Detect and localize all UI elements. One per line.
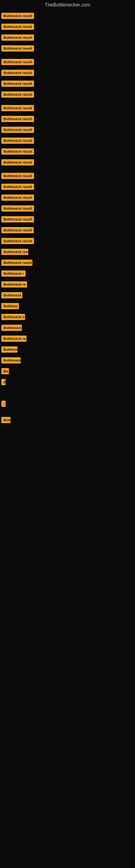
bottleneck-result-label: Bottleneck n: [1, 314, 25, 320]
bottleneck-result-row[interactable]: Bottleneck result: [1, 81, 34, 88]
bottleneck-result-label: Bottleneck result: [1, 238, 34, 244]
bottleneck-result-label: Bottleneck result: [1, 81, 34, 87]
bottleneck-result-row[interactable]: Bottleneck: [1, 357, 21, 365]
bottleneck-result-label: Bottleneck: [1, 357, 21, 364]
bottleneck-result-row[interactable]: Bottleneck result: [1, 249, 28, 256]
bottleneck-result-label: Bottlene: [1, 303, 19, 309]
bottleneck-result-label: Bottleneck result: [1, 59, 34, 65]
bottleneck-result-row[interactable]: Bottleneck result: [1, 205, 34, 213]
bottleneck-result-label: Bottleneck result: [1, 45, 34, 52]
bottleneck-result-label: Bottleneck result: [1, 105, 34, 111]
bottleneck-result-row[interactable]: Bottleneck result: [1, 59, 34, 66]
bottleneck-result-label: Bottlene: [1, 346, 17, 352]
bottleneck-result-row[interactable]: Bottlene: [1, 303, 19, 310]
bottleneck-result-label: Bottleneck: [1, 292, 22, 299]
bottleneck-result-row[interactable]: Bottleneck: [1, 292, 22, 300]
bottleneck-result-label: Bottleneck result: [1, 184, 34, 190]
bottleneck-result-label: Bottleneck result: [1, 70, 34, 76]
bottleneck-result-label: Bottleneck result: [1, 34, 34, 41]
bottleneck-result-row[interactable]: Bottleneck result: [1, 34, 34, 42]
bottleneck-result-row[interactable]: B: [1, 379, 6, 386]
bottleneck-result-row[interactable]: Bottleneck result: [1, 216, 34, 223]
bottleneck-result-row[interactable]: Bott: [1, 417, 10, 424]
bottleneck-result-label: Bottleneck result: [1, 205, 34, 212]
bottleneck-result-row[interactable]: Bottleneck result: [1, 238, 34, 245]
bottleneck-result-label: Bottleneck result: [1, 91, 34, 98]
bottleneck-result-label: B: [1, 379, 6, 385]
bottleneck-result-row[interactable]: Bottleneck result: [1, 105, 34, 112]
bottleneck-result-row[interactable]: Bottleneck result: [1, 91, 34, 99]
bottleneck-result-row[interactable]: Bottleneck result: [1, 159, 34, 166]
bottleneck-result-row[interactable]: :: [1, 401, 6, 408]
bottleneck-result-label: Bo: [1, 368, 9, 374]
bottleneck-result-label: Bottleneck r: [1, 271, 26, 277]
bottleneck-result-label: Bottleneck result: [1, 137, 34, 144]
bottleneck-result-label: Bottleneck: [1, 325, 22, 331]
bottleneck-result-label: Bottleneck result: [1, 24, 34, 30]
bottleneck-result-row[interactable]: Bottleneck result: [1, 194, 34, 202]
bottleneck-result-row[interactable]: Bottleneck result: [1, 148, 34, 156]
bottleneck-result-label: Bottleneck result: [1, 159, 34, 165]
bottleneck-result-label: Bottleneck result: [1, 116, 34, 122]
bottleneck-result-row[interactable]: Bottleneck result: [1, 13, 34, 20]
bottleneck-result-label: Bottleneck result: [1, 173, 34, 179]
bottleneck-result-row[interactable]: Bottleneck: [1, 325, 22, 332]
bottleneck-result-row[interactable]: Bottleneck result: [1, 227, 34, 235]
bottleneck-result-row[interactable]: Bottleneck re: [1, 281, 27, 289]
bottleneck-result-label: Bottleneck result: [1, 227, 34, 233]
bottleneck-result-label: Bottleneck result: [1, 127, 34, 133]
bottleneck-result-label: Bottleneck result: [1, 249, 28, 255]
bottleneck-result-row[interactable]: Bottleneck result: [1, 173, 34, 180]
bottleneck-result-row[interactable]: Bottleneck n: [1, 314, 25, 321]
bottleneck-result-row[interactable]: Bo: [1, 368, 9, 375]
bottleneck-result-row[interactable]: Bottleneck result: [1, 24, 34, 31]
site-title: TheBottlenecker.com: [0, 0, 135, 10]
bottleneck-result-label: Bottleneck re: [1, 336, 27, 342]
bottleneck-result-label: Bott: [1, 417, 10, 423]
bottleneck-result-row[interactable]: Bottleneck result: [1, 45, 34, 53]
bottleneck-result-row[interactable]: Bottlene: [1, 346, 17, 354]
bottleneck-result-row[interactable]: Bottleneck result: [1, 116, 34, 123]
bottleneck-result-row[interactable]: Bottleneck result: [1, 184, 34, 191]
bottleneck-result-row[interactable]: Bottleneck result: [1, 137, 34, 145]
bottleneck-result-label: Bottleneck result: [1, 216, 34, 222]
bottleneck-result-row[interactable]: Bottleneck result: [1, 127, 34, 134]
bottleneck-result-row[interactable]: Bottleneck result: [1, 70, 34, 77]
bottleneck-result-row[interactable]: Bottleneck result: [1, 259, 32, 267]
bottleneck-result-row[interactable]: Bottleneck re: [1, 336, 27, 343]
bottleneck-result-label: :: [1, 401, 6, 407]
bottleneck-result-row[interactable]: Bottleneck r: [1, 271, 26, 278]
bottleneck-result-label: Bottleneck result: [1, 148, 34, 155]
bottleneck-result-label: Bottleneck result: [1, 194, 34, 201]
bottleneck-result-label: Bottleneck result: [1, 259, 32, 266]
bottleneck-result-label: Bottleneck result: [1, 13, 34, 19]
bottleneck-result-label: Bottleneck re: [1, 281, 27, 287]
